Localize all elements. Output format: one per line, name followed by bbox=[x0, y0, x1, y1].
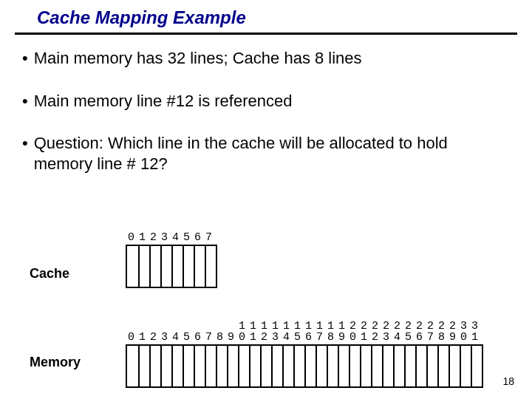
index-digit: 1 bbox=[292, 321, 303, 332]
page-number: 18 bbox=[502, 375, 514, 387]
index-digit: 2 bbox=[425, 321, 436, 332]
memory-cell bbox=[437, 346, 449, 386]
memory-cell bbox=[183, 346, 194, 386]
index-digit: 2 bbox=[381, 321, 392, 332]
memory-cell bbox=[282, 346, 293, 386]
memory-cell bbox=[149, 346, 160, 386]
memory-cell bbox=[227, 346, 238, 386]
index-digit: 4 bbox=[170, 232, 181, 243]
bullet-list: • Main memory has 32 lines; Cache has 8 … bbox=[0, 48, 532, 174]
cache-cell bbox=[205, 246, 216, 287]
bullet-item: • Main memory line #12 is referenced bbox=[22, 91, 510, 112]
memory-cell bbox=[382, 346, 393, 386]
cache-cell bbox=[183, 246, 194, 287]
index-digit: 3 bbox=[159, 332, 170, 343]
index-digit: 4 bbox=[392, 332, 403, 343]
index-digit: 1 bbox=[325, 321, 336, 332]
index-digit: 7 bbox=[203, 332, 214, 343]
index-digit: 3 bbox=[469, 321, 480, 332]
memory-cell bbox=[471, 346, 482, 386]
index-digit: 1 bbox=[248, 332, 259, 343]
index-digit: 2 bbox=[347, 321, 358, 332]
index-digit: 2 bbox=[358, 321, 369, 332]
index-digit: 1 bbox=[137, 332, 148, 343]
index-digit: 2 bbox=[436, 321, 447, 332]
cache-cell bbox=[194, 246, 205, 287]
memory-cell bbox=[304, 346, 316, 386]
bullet-item: • Question: Which line in the cache will… bbox=[22, 133, 510, 174]
memory-cell bbox=[404, 346, 415, 386]
memory-cell bbox=[293, 346, 304, 386]
bullet-dot: • bbox=[22, 91, 28, 112]
index-digit: 9 bbox=[225, 332, 236, 343]
index-digit: 1 bbox=[281, 321, 292, 332]
index-digit: 1 bbox=[303, 321, 314, 332]
index-digit: 8 bbox=[325, 332, 336, 343]
index-digit: 1 bbox=[314, 321, 325, 332]
cache-cell bbox=[160, 246, 171, 287]
index-digit: 5 bbox=[181, 232, 192, 243]
index-digit: 2 bbox=[369, 321, 381, 332]
index-digit: 7 bbox=[314, 332, 325, 343]
index-digit: 7 bbox=[425, 332, 436, 343]
index-digit: 1 bbox=[358, 332, 369, 343]
memory-cell bbox=[426, 346, 437, 386]
bullet-item: • Main memory has 32 lines; Cache has 8 … bbox=[22, 48, 510, 69]
index-digit: 3 bbox=[159, 232, 170, 243]
index-digit: 0 bbox=[347, 332, 358, 343]
index-digit: 8 bbox=[214, 332, 225, 343]
index-digit: 2 bbox=[259, 332, 270, 343]
index-digit: 2 bbox=[392, 321, 403, 332]
index-digit bbox=[181, 321, 192, 332]
index-digit bbox=[170, 321, 181, 332]
index-digit: 6 bbox=[192, 332, 203, 343]
memory-cell bbox=[449, 346, 460, 386]
index-digit: 0 bbox=[236, 332, 248, 343]
index-digit: 1 bbox=[336, 321, 347, 332]
bullet-text: Main memory line #12 is referenced bbox=[34, 91, 293, 112]
index-digit: 0 bbox=[458, 332, 469, 343]
memory-cell bbox=[415, 346, 426, 386]
index-digit: 6 bbox=[303, 332, 314, 343]
cache-cell bbox=[149, 246, 160, 287]
index-digit: 3 bbox=[458, 321, 469, 332]
index-digit: 1 bbox=[236, 321, 248, 332]
slide: Cache Mapping Example • Main memory has … bbox=[0, 0, 532, 399]
index-digit bbox=[159, 321, 170, 332]
index-digit: 8 bbox=[436, 332, 447, 343]
index-digit bbox=[126, 321, 137, 332]
index-digit: 0 bbox=[126, 332, 137, 343]
cache-index-row: 01234567 bbox=[126, 232, 217, 243]
index-digit: 2 bbox=[403, 321, 414, 332]
memory-cell bbox=[271, 346, 282, 386]
index-digit bbox=[192, 321, 203, 332]
memory-cell bbox=[460, 346, 471, 386]
slide-title: Cache Mapping Example bbox=[15, 7, 517, 35]
memory-cell bbox=[194, 346, 205, 386]
cache-diagram: 01234567 bbox=[126, 232, 217, 288]
memory-cell bbox=[316, 346, 327, 386]
index-digit: 6 bbox=[192, 232, 203, 243]
index-digit: 1 bbox=[469, 332, 480, 343]
bullet-dot: • bbox=[22, 48, 28, 69]
memory-diagram: 1111111111222222222233 01234567890123456… bbox=[126, 321, 483, 388]
memory-label: Memory bbox=[30, 355, 81, 370]
memory-index-row-top: 1111111111222222222233 bbox=[126, 321, 483, 332]
cache-cell bbox=[138, 246, 149, 287]
memory-cell bbox=[393, 346, 404, 386]
memory-cell bbox=[160, 346, 171, 386]
index-digit: 2 bbox=[414, 321, 425, 332]
index-digit: 2 bbox=[447, 321, 458, 332]
index-digit bbox=[137, 321, 148, 332]
index-digit bbox=[225, 321, 236, 332]
memory-cells bbox=[126, 344, 483, 388]
memory-cell bbox=[349, 346, 360, 386]
memory-cell bbox=[205, 346, 216, 386]
index-digit bbox=[203, 321, 214, 332]
index-digit: 5 bbox=[292, 332, 303, 343]
index-digit: 0 bbox=[126, 232, 137, 243]
index-digit: 5 bbox=[403, 332, 414, 343]
index-digit: 9 bbox=[447, 332, 458, 343]
index-digit: 5 bbox=[181, 332, 192, 343]
bullet-text: Main memory has 32 lines; Cache has 8 li… bbox=[34, 48, 362, 69]
